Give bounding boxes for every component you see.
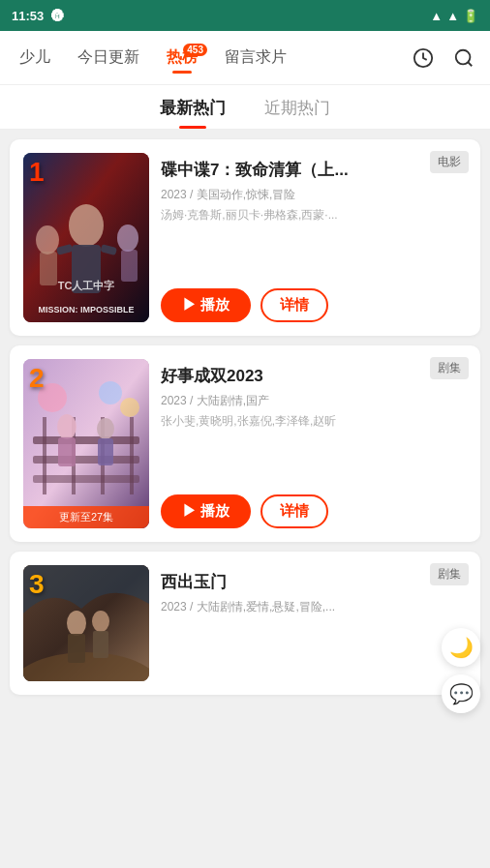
svg-point-10 [117,224,138,252]
poster-1[interactable]: MISSION: IMPOSSIBLE 1 TC人工中字 [23,153,149,322]
movie-title-2: 好事成双2023 [161,365,467,387]
svg-text:MISSION: IMPOSSIBLE: MISSION: IMPOSSIBLE [38,305,134,314]
movie-info-3: 西出玉门 2023 / 大陆剧情,爱情,悬疑,冒险,... [161,565,467,681]
detail-button-2[interactable]: 详情 [260,494,328,528]
detail-button-1[interactable]: 详情 [260,288,328,322]
svg-rect-16 [33,475,139,483]
rank-number-2: 2 [29,365,45,392]
wifi-icon: ▲ [430,9,443,23]
svg-rect-24 [98,438,113,465]
signal-icon: ▲ [446,9,459,23]
status-bar: 11:53 🅐 ▲ ▲ 🔋 [0,0,490,31]
svg-point-8 [36,225,59,254]
night-mode-button[interactable]: 🌙 [442,628,480,667]
play-button-2[interactable]: ▶ 播放 [161,494,251,528]
status-bar-left: 11:53 🅐 [12,9,64,23]
svg-rect-22 [58,437,76,466]
svg-point-32 [92,611,109,632]
movie-actors-1: 汤姆·克鲁斯,丽贝卡·弗格森,西蒙·... [161,207,467,224]
nav-today[interactable]: 今日更新 [66,40,151,75]
tab-recent[interactable]: 近期热门 [264,97,330,129]
svg-rect-31 [68,634,85,663]
category-badge-1: 电影 [430,151,469,173]
svg-rect-14 [33,436,139,444]
svg-point-30 [67,611,86,636]
hot-badge: 453 [183,44,207,56]
content-area: 电影 [0,130,490,704]
btn-row-2: ▶ 播放 详情 [161,494,467,528]
movie-meta-3: 2023 / 大陆剧情,爱情,悬疑,冒险,... [161,599,467,615]
battery-icon: 🔋 [463,9,478,23]
movie-card-2: 剧集 [10,345,480,542]
rank-number-1: 1 [29,159,45,186]
tab-strip: 最新热门 近期热门 [0,85,490,130]
category-badge-3: 剧集 [430,563,469,585]
play-button-1[interactable]: ▶ 播放 [161,288,251,322]
btn-row-1: ▶ 播放 详情 [161,288,467,322]
movie-meta-2: 2023 / 大陆剧情,国产 [161,393,467,409]
time-display: 11:53 [12,9,44,23]
svg-rect-11 [121,250,138,282]
search-button[interactable] [445,40,482,76]
movie-info-2: 好事成双2023 2023 / 大陆剧情,国产 张小斐,黄晓明,张嘉倪,李泽锋,… [161,359,467,528]
movie-actors-2: 张小斐,黄晓明,张嘉倪,李泽锋,赵昕 [161,413,467,430]
category-badge-2: 剧集 [430,357,469,379]
svg-rect-17 [43,417,46,494]
chat-icon: 💬 [449,682,474,705]
svg-point-4 [69,204,104,247]
notification-icon: 🅐 [51,9,64,23]
float-buttons: 🌙 💬 [442,628,480,713]
history-button[interactable] [405,40,442,76]
movie-info-1: 碟中谍7：致命清算（上... 2023 / 美国动作,惊悚,冒险 汤姆·克鲁斯,… [161,153,467,322]
svg-rect-20 [130,417,134,494]
moon-icon: 🌙 [449,636,474,659]
svg-point-23 [97,418,114,439]
nav-hot[interactable]: 热榜 453 [155,40,209,75]
update-label-2: 更新至27集 [23,506,149,528]
rank-number-3: 3 [29,571,45,598]
nav-kids[interactable]: 少儿 [8,40,62,75]
movie-title-1: 碟中谍7：致命清算（上... [161,159,467,181]
svg-point-26 [99,381,122,404]
movie-card-1: 电影 [10,139,480,336]
svg-rect-33 [93,631,108,658]
poster-3[interactable]: 3 [23,565,149,681]
movie-card-3: 剧集 [10,552,480,695]
chat-button[interactable]: 💬 [442,674,480,713]
svg-line-2 [468,62,472,66]
nav-message[interactable]: 留言求片 [213,40,298,75]
movie-meta-1: 2023 / 美国动作,惊悚,冒险 [161,187,467,203]
status-bar-right: ▲ ▲ 🔋 [430,9,478,23]
nav-bar: 少儿 今日更新 热榜 453 留言求片 [0,31,490,85]
svg-point-21 [57,414,77,439]
svg-point-27 [120,398,139,417]
watermark-1: TC人工中字 [23,279,149,293]
svg-point-1 [456,49,471,64]
tab-latest[interactable]: 最新热门 [160,97,226,129]
movie-title-3: 西出玉门 [161,571,467,593]
poster-2[interactable]: 2 更新至27集 [23,359,149,528]
svg-rect-15 [33,456,139,464]
